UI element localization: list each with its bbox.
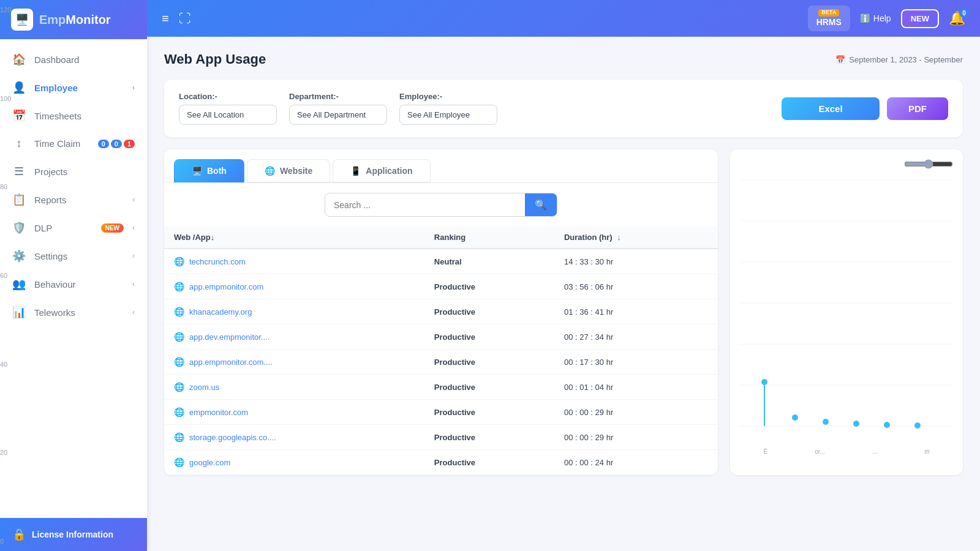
sidebar-item-label: Employee	[34, 83, 124, 93]
chart-point-4	[853, 421, 859, 427]
sidebar-item-projects[interactable]: ☰ Projects	[0, 157, 147, 186]
cell-url[interactable]: 🌐 app.dev.empmonitor....	[164, 324, 424, 350]
department-select[interactable]: See All Department	[289, 105, 387, 125]
cell-ranking: Neutral	[424, 249, 554, 274]
sidebar-item-employee[interactable]: 👤 Employee ‹	[0, 73, 147, 102]
hrms-button[interactable]: BETA HRMS	[808, 6, 850, 31]
sidebar-item-dashboard[interactable]: 🏠 Dashboard	[0, 45, 147, 73]
sidebar-item-dlp[interactable]: 🛡️ DLP NEW ‹	[0, 214, 147, 242]
url-link[interactable]: 🌐 techcrunch.com	[174, 257, 415, 266]
sidebar-item-time-claim[interactable]: ↕️ Time Claim 0 0 1	[0, 130, 147, 157]
cell-duration: 00 : 00 : 24 hr	[554, 450, 718, 475]
filters-row: Location:- See All Location Department:-…	[164, 80, 963, 137]
sidebar-logo[interactable]: 🖥️ EmpMonitor	[0, 0, 147, 39]
table-row: 🌐 zoom.us Productive 00 : 01 : 04 hr	[164, 375, 718, 400]
cell-duration: 14 : 33 : 30 hr	[554, 249, 718, 274]
x-label-2: or...	[815, 448, 825, 455]
new-badge: NEW	[101, 223, 124, 233]
sidebar-item-label: Reports	[34, 195, 124, 205]
col-duration-label: Duration (hr)	[564, 233, 612, 242]
excel-button[interactable]: Excel	[782, 97, 880, 120]
pdf-button[interactable]: PDF	[887, 97, 948, 120]
url-link[interactable]: 🌐 app.empmonitor.com....	[174, 357, 415, 367]
expand-icon[interactable]: ⛶	[179, 12, 191, 26]
search-input[interactable]	[325, 193, 525, 216]
employee-select[interactable]: See All Employee	[399, 105, 497, 125]
url-link[interactable]: 🌐 app.empmonitor.com	[174, 282, 415, 291]
main-content: ≡ ⛶ BETA HRMS ℹ️ Help NEW 🔔 0 Web App Us…	[147, 0, 980, 551]
url-link[interactable]: 🌐 storage.googleapis.co....	[174, 432, 415, 442]
cell-url[interactable]: 🌐 storage.googleapis.co....	[164, 425, 424, 450]
search-button[interactable]: 🔍	[525, 193, 557, 216]
sidebar-item-behaviour[interactable]: 👥 Behaviour ‹	[0, 270, 147, 298]
cell-url[interactable]: 🌐 google.com	[164, 450, 424, 475]
calendar-icon: 📅	[835, 55, 845, 64]
license-info-footer[interactable]: 🔒 License Information	[0, 518, 147, 551]
url-link[interactable]: 🌐 khanacademy.org	[174, 307, 415, 317]
url-text: techcrunch.com	[189, 257, 246, 266]
cell-duration: 00 : 00 : 29 hr	[554, 400, 718, 425]
sidebar-item-label: Timesheets	[34, 111, 135, 121]
table-row: 🌐 app.empmonitor.com Productive 03 : 56 …	[164, 274, 718, 299]
table-row: 🌐 app.dev.empmonitor.... Productive 00 :…	[164, 324, 718, 350]
url-text: zoom.us	[189, 383, 219, 392]
main-panel: 🖥️ Both 🌐 Website 📱 Application	[164, 149, 963, 475]
tab-application-label: Application	[366, 166, 412, 176]
sidebar-item-teleworks[interactable]: 📊 Teleworks ‹	[0, 298, 147, 326]
table-row: 🌐 app.empmonitor.com.... Productive 00 :…	[164, 350, 718, 375]
sidebar-item-timesheets[interactable]: 📅 Timesheets	[0, 102, 147, 130]
cell-ranking: Productive	[424, 324, 554, 350]
table-row: 🌐 khanacademy.org Productive 01 : 36 : 4…	[164, 299, 718, 324]
table-scroll[interactable]: Web /App↓ Ranking Duration (hr) ↓	[164, 227, 718, 475]
url-text: khanacademy.org	[189, 307, 252, 317]
menu-icon[interactable]: ≡	[162, 12, 169, 26]
x-label-4: m	[924, 448, 929, 455]
cell-url[interactable]: 🌐 app.empmonitor.com....	[164, 350, 424, 375]
notification-button[interactable]: 🔔 0	[949, 10, 965, 26]
url-link[interactable]: 🌐 app.dev.empmonitor....	[174, 332, 415, 342]
url-text: app.dev.empmonitor....	[189, 332, 270, 342]
url-text: app.empmonitor.com	[189, 282, 263, 291]
projects-icon: ☰	[12, 165, 26, 178]
chart-point-6	[914, 422, 921, 429]
url-link[interactable]: 🌐 zoom.us	[174, 382, 415, 392]
chart-slider[interactable]	[904, 159, 953, 169]
dashboard-icon: 🏠	[12, 53, 26, 66]
employee-label: Employee:-	[399, 92, 497, 101]
globe-icon: 🌐	[174, 382, 184, 392]
cell-url[interactable]: 🌐 empmonitor.com	[164, 400, 424, 425]
col-duration[interactable]: Duration (hr) ↓	[554, 227, 718, 249]
page-title: Web App Usage	[164, 51, 266, 67]
url-link[interactable]: 🌐 empmonitor.com	[174, 407, 415, 417]
table-header: Web /App↓ Ranking Duration (hr) ↓	[164, 227, 718, 249]
globe-icon: 🌐	[174, 332, 184, 342]
cell-ranking: Productive	[424, 375, 554, 400]
chevron-icon: ‹	[132, 280, 135, 288]
sidebar-item-label: Teleworks	[34, 307, 124, 318]
tab-website[interactable]: 🌐 Website	[247, 159, 330, 182]
location-filter: Location:- See All Location	[179, 92, 277, 125]
url-link[interactable]: 🌐 google.com	[174, 457, 415, 467]
sidebar-item-reports[interactable]: 📋 Reports ‹	[0, 186, 147, 214]
globe-icon: 🌐	[174, 257, 184, 266]
chart-point-1	[761, 379, 767, 385]
col-web[interactable]: Web /App↓	[164, 227, 424, 249]
location-select[interactable]: See All Location	[179, 105, 277, 125]
cell-url[interactable]: 🌐 app.empmonitor.com	[164, 274, 424, 299]
behaviour-icon: 👥	[12, 277, 26, 291]
cell-ranking: Productive	[424, 400, 554, 425]
help-button[interactable]: ℹ️ Help	[860, 13, 891, 23]
topbar-right: BETA HRMS ℹ️ Help NEW 🔔 0	[808, 6, 965, 31]
url-text: app.empmonitor.com....	[189, 358, 273, 367]
cell-duration: 00 : 27 : 34 hr	[554, 324, 718, 350]
search-box: 🔍	[325, 193, 557, 217]
tc-badge-2: 0	[111, 140, 122, 148]
cell-url[interactable]: 🌐 khanacademy.org	[164, 299, 424, 324]
sidebar-item-settings[interactable]: ⚙️ Settings ‹	[0, 242, 147, 270]
tab-application[interactable]: 📱 Application	[333, 159, 430, 182]
chart-point-2	[792, 414, 798, 421]
cell-url[interactable]: 🌐 zoom.us	[164, 375, 424, 400]
tab-both[interactable]: 🖥️ Both	[174, 159, 244, 182]
new-button[interactable]: NEW	[901, 9, 939, 28]
cell-url[interactable]: 🌐 techcrunch.com	[164, 249, 424, 274]
